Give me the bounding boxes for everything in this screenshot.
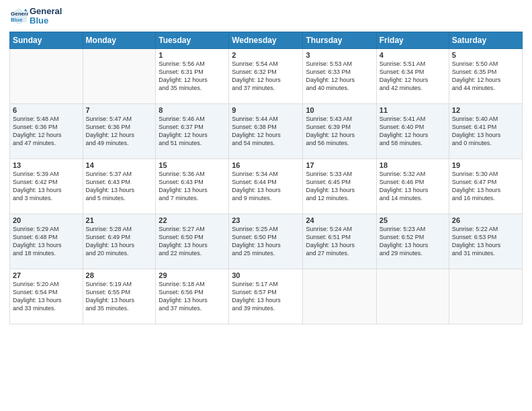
svg-text:Blue: Blue — [11, 17, 23, 23]
calendar-cell: 7Sunrise: 5:47 AM Sunset: 6:36 PM Daylig… — [83, 103, 156, 158]
day-number: 27 — [13, 271, 80, 279]
day-info: Sunrise: 5:17 AM Sunset: 6:57 PM Dayligh… — [232, 280, 300, 313]
day-info: Sunrise: 5:23 AM Sunset: 6:52 PM Dayligh… — [380, 225, 446, 258]
day-info: Sunrise: 5:28 AM Sunset: 6:49 PM Dayligh… — [86, 225, 153, 258]
calendar-cell: 15Sunrise: 5:36 AM Sunset: 6:43 PM Dayli… — [156, 158, 229, 214]
day-info: Sunrise: 5:25 AM Sunset: 6:50 PM Dayligh… — [232, 225, 300, 258]
calendar-cell: 12Sunrise: 5:40 AM Sunset: 6:41 PM Dayli… — [449, 103, 522, 158]
day-number: 18 — [380, 161, 446, 169]
day-info: Sunrise: 5:53 AM Sunset: 6:33 PM Dayligh… — [306, 60, 373, 93]
calendar-cell: 25Sunrise: 5:23 AM Sunset: 6:52 PM Dayli… — [376, 214, 449, 269]
calendar-cell: 13Sunrise: 5:39 AM Sunset: 6:42 PM Dayli… — [10, 158, 83, 214]
day-info: Sunrise: 5:19 AM Sunset: 6:55 PM Dayligh… — [86, 280, 153, 313]
calendar-cell — [83, 48, 156, 103]
day-info: Sunrise: 5:33 AM Sunset: 6:45 PM Dayligh… — [306, 170, 373, 203]
day-number: 4 — [380, 51, 446, 59]
day-number: 8 — [159, 106, 226, 114]
weekday-monday: Monday — [83, 32, 156, 48]
calendar-cell: 18Sunrise: 5:32 AM Sunset: 6:46 PM Dayli… — [376, 158, 449, 214]
calendar-cell: 2Sunrise: 5:54 AM Sunset: 6:32 PM Daylig… — [229, 48, 303, 103]
calendar-cell: 24Sunrise: 5:24 AM Sunset: 6:51 PM Dayli… — [303, 214, 376, 269]
week-row-4: 27Sunrise: 5:20 AM Sunset: 6:54 PM Dayli… — [10, 269, 523, 324]
calendar-cell: 19Sunrise: 5:30 AM Sunset: 6:47 PM Dayli… — [449, 158, 522, 214]
day-number: 19 — [452, 161, 519, 169]
calendar-cell: 8Sunrise: 5:46 AM Sunset: 6:37 PM Daylig… — [156, 103, 229, 158]
day-number: 15 — [159, 161, 226, 169]
calendar-cell: 21Sunrise: 5:28 AM Sunset: 6:49 PM Dayli… — [83, 214, 156, 269]
day-info: Sunrise: 5:50 AM Sunset: 6:35 PM Dayligh… — [452, 60, 519, 93]
calendar-cell: 30Sunrise: 5:17 AM Sunset: 6:57 PM Dayli… — [229, 269, 303, 324]
day-info: Sunrise: 5:18 AM Sunset: 6:56 PM Dayligh… — [159, 280, 226, 313]
calendar-cell: 6Sunrise: 5:48 AM Sunset: 6:36 PM Daylig… — [10, 103, 83, 158]
day-number: 30 — [232, 271, 300, 279]
weekday-header-row: SundayMondayTuesdayWednesdayThursdayFrid… — [10, 32, 523, 48]
day-number: 9 — [232, 106, 300, 114]
day-number: 1 — [159, 51, 226, 59]
day-number: 12 — [452, 106, 519, 114]
day-number: 25 — [380, 216, 446, 224]
day-number: 16 — [232, 161, 300, 169]
day-info: Sunrise: 5:20 AM Sunset: 6:54 PM Dayligh… — [13, 280, 80, 313]
day-number: 10 — [306, 106, 373, 114]
logo-text-blue: Blue — [30, 16, 62, 26]
day-number: 5 — [452, 51, 519, 59]
calendar-body: 1Sunrise: 5:56 AM Sunset: 6:31 PM Daylig… — [10, 48, 523, 324]
calendar-cell: 4Sunrise: 5:51 AM Sunset: 6:34 PM Daylig… — [376, 48, 449, 103]
day-info: Sunrise: 5:46 AM Sunset: 6:37 PM Dayligh… — [159, 115, 226, 148]
header: General Blue General Blue — [9, 7, 523, 26]
calendar-table: SundayMondayTuesdayWednesdayThursdayFrid… — [9, 32, 523, 324]
logo-icon: General Blue — [9, 7, 28, 26]
day-number: 24 — [306, 216, 373, 224]
day-number: 21 — [86, 216, 153, 224]
calendar-cell: 11Sunrise: 5:41 AM Sunset: 6:40 PM Dayli… — [376, 103, 449, 158]
day-info: Sunrise: 5:54 AM Sunset: 6:32 PM Dayligh… — [232, 60, 300, 93]
day-info: Sunrise: 5:34 AM Sunset: 6:44 PM Dayligh… — [232, 170, 300, 203]
day-number: 14 — [86, 161, 153, 169]
day-info: Sunrise: 5:36 AM Sunset: 6:43 PM Dayligh… — [159, 170, 226, 203]
day-number: 7 — [86, 106, 153, 114]
day-number: 2 — [232, 51, 300, 59]
calendar-cell: 27Sunrise: 5:20 AM Sunset: 6:54 PM Dayli… — [10, 269, 83, 324]
calendar-cell — [449, 269, 522, 324]
week-row-3: 20Sunrise: 5:29 AM Sunset: 6:48 PM Dayli… — [10, 214, 523, 269]
calendar-cell: 22Sunrise: 5:27 AM Sunset: 6:50 PM Dayli… — [156, 214, 229, 269]
day-number: 3 — [306, 51, 373, 59]
week-row-1: 6Sunrise: 5:48 AM Sunset: 6:36 PM Daylig… — [10, 103, 523, 158]
day-number: 26 — [452, 216, 519, 224]
svg-text:General: General — [11, 11, 28, 17]
calendar-cell: 29Sunrise: 5:18 AM Sunset: 6:56 PM Dayli… — [156, 269, 229, 324]
day-info: Sunrise: 5:44 AM Sunset: 6:38 PM Dayligh… — [232, 115, 300, 148]
calendar-cell — [376, 269, 449, 324]
calendar-cell: 26Sunrise: 5:22 AM Sunset: 6:53 PM Dayli… — [449, 214, 522, 269]
calendar-cell — [303, 269, 376, 324]
weekday-sunday: Sunday — [10, 32, 83, 48]
calendar-cell: 14Sunrise: 5:37 AM Sunset: 6:43 PM Dayli… — [83, 158, 156, 214]
main-container: General Blue General Blue SundayMondayTu… — [0, 0, 532, 411]
calendar-cell: 10Sunrise: 5:43 AM Sunset: 6:39 PM Dayli… — [303, 103, 376, 158]
day-info: Sunrise: 5:29 AM Sunset: 6:48 PM Dayligh… — [13, 225, 80, 258]
day-number: 29 — [159, 271, 226, 279]
day-info: Sunrise: 5:56 AM Sunset: 6:31 PM Dayligh… — [159, 60, 226, 93]
calendar-cell — [10, 48, 83, 103]
week-row-0: 1Sunrise: 5:56 AM Sunset: 6:31 PM Daylig… — [10, 48, 523, 103]
day-info: Sunrise: 5:41 AM Sunset: 6:40 PM Dayligh… — [380, 115, 446, 148]
day-info: Sunrise: 5:48 AM Sunset: 6:36 PM Dayligh… — [13, 115, 80, 148]
week-row-2: 13Sunrise: 5:39 AM Sunset: 6:42 PM Dayli… — [10, 158, 523, 214]
weekday-friday: Friday — [376, 32, 449, 48]
weekday-tuesday: Tuesday — [156, 32, 229, 48]
day-number: 13 — [13, 161, 80, 169]
day-info: Sunrise: 5:30 AM Sunset: 6:47 PM Dayligh… — [452, 170, 519, 203]
weekday-wednesday: Wednesday — [229, 32, 303, 48]
calendar-cell: 17Sunrise: 5:33 AM Sunset: 6:45 PM Dayli… — [303, 158, 376, 214]
day-info: Sunrise: 5:27 AM Sunset: 6:50 PM Dayligh… — [159, 225, 226, 258]
calendar-cell: 5Sunrise: 5:50 AM Sunset: 6:35 PM Daylig… — [449, 48, 522, 103]
calendar-cell: 3Sunrise: 5:53 AM Sunset: 6:33 PM Daylig… — [303, 48, 376, 103]
day-info: Sunrise: 5:43 AM Sunset: 6:39 PM Dayligh… — [306, 115, 373, 148]
day-number: 22 — [159, 216, 226, 224]
calendar-cell: 16Sunrise: 5:34 AM Sunset: 6:44 PM Dayli… — [229, 158, 303, 214]
day-info: Sunrise: 5:22 AM Sunset: 6:53 PM Dayligh… — [452, 225, 519, 258]
calendar-cell: 23Sunrise: 5:25 AM Sunset: 6:50 PM Dayli… — [229, 214, 303, 269]
day-info: Sunrise: 5:32 AM Sunset: 6:46 PM Dayligh… — [380, 170, 446, 203]
day-number: 6 — [13, 106, 80, 114]
day-info: Sunrise: 5:47 AM Sunset: 6:36 PM Dayligh… — [86, 115, 153, 148]
